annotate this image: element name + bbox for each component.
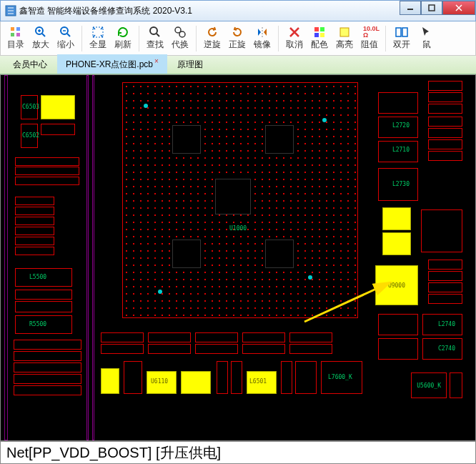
fullscreen-button[interactable]: 全显 (86, 23, 110, 54)
resistance-icon: 10.0LΩ (363, 26, 376, 39)
pcb-component-highlighted[interactable] (101, 368, 119, 394)
pcb-component[interactable] (428, 104, 462, 114)
pcb-component[interactable] (428, 260, 462, 270)
pcb-component[interactable] (14, 362, 81, 372)
toolbar-label: 刷新 (114, 39, 132, 51)
refdes-label: L5500 (29, 274, 46, 280)
pcb-component[interactable] (378, 92, 418, 114)
svg-rect-12 (314, 27, 319, 31)
cancel-button[interactable]: 取消 (282, 23, 307, 54)
pcb-component[interactable] (124, 361, 142, 394)
pcb-component[interactable] (148, 332, 191, 342)
board-outline (4, 75, 8, 440)
pcb-component[interactable] (101, 332, 144, 342)
resistance-button[interactable]: 10.0LΩ阻值 (357, 23, 382, 54)
pcb-component[interactable] (428, 92, 462, 102)
pcb-component[interactable] (281, 361, 292, 394)
refdes-label: L2730 (392, 181, 410, 187)
pcb-component[interactable] (428, 128, 462, 138)
svg-rect-1 (429, 5, 435, 11)
toolbar-separator (385, 26, 386, 51)
pcb-component[interactable] (242, 332, 285, 342)
pcb-component[interactable] (148, 344, 191, 354)
toolbar-label: 镜像 (254, 39, 271, 51)
pcb-component[interactable] (217, 361, 228, 394)
mirror-button[interactable]: 镜像 (250, 23, 274, 54)
toolbar-label: 双开 (393, 39, 410, 51)
pcb-component[interactable] (15, 157, 79, 166)
pcb-component[interactable] (195, 332, 238, 342)
pcb-component[interactable] (101, 344, 144, 354)
replace-button[interactable]: 代换 (168, 23, 192, 54)
pcb-component[interactable] (41, 124, 75, 135)
pcb-component[interactable] (15, 217, 54, 225)
pcb-component[interactable] (15, 290, 72, 300)
toolbar-label: 高亮 (336, 39, 353, 51)
pcb-component[interactable] (15, 227, 54, 235)
pcb-component[interactable] (15, 237, 54, 245)
pcb-component[interactable] (428, 271, 462, 281)
rotate-cw-button[interactable]: 正旋 (225, 23, 249, 54)
pcb-component[interactable] (15, 247, 54, 255)
svg-rect-16 (340, 28, 349, 36)
pcb-component[interactable] (428, 282, 462, 292)
pcb-component-highlighted[interactable] (382, 207, 411, 230)
pcb-component-highlighted[interactable] (181, 371, 211, 394)
pcb-component[interactable] (378, 338, 418, 360)
toolbar-label: 正旋 (229, 39, 246, 51)
pcb-component[interactable] (15, 197, 54, 205)
refdes-label: L2740 (438, 321, 455, 327)
pcb-viewport[interactable]: C6503 C6502 L5500 R5500 (0, 74, 476, 441)
find-button[interactable]: 查找 (143, 23, 167, 54)
pcb-component[interactable] (378, 314, 418, 335)
pcb-component[interactable] (14, 340, 81, 350)
pcb-component[interactable] (295, 361, 317, 394)
pcb-component[interactable] (289, 332, 332, 342)
pcb-component[interactable] (428, 139, 462, 149)
tab-schematic[interactable]: 原理图 (169, 56, 212, 74)
board-outline (86, 75, 89, 440)
close-button[interactable] (442, 1, 475, 15)
pcb-component[interactable] (242, 344, 285, 354)
svg-rect-2 (11, 27, 14, 31)
pcb-component[interactable] (428, 117, 462, 127)
minimize-button[interactable] (400, 1, 421, 15)
zoom-out-button[interactable]: 缩小 (54, 23, 78, 54)
tab-member-center[interactable]: 会员中心 (4, 56, 56, 74)
pcb-component[interactable] (15, 177, 79, 185)
dual-open-button[interactable]: 双开 (390, 23, 414, 54)
pcb-component[interactable] (421, 209, 462, 252)
refdes-label: L6501 (249, 378, 267, 385)
pcb-component[interactable] (14, 351, 81, 361)
refdes-label: U5600_K (417, 382, 441, 389)
pcb-component[interactable] (14, 385, 81, 395)
pcb-component[interactable] (428, 294, 462, 304)
pcb-component[interactable] (231, 361, 242, 394)
toolbar-label: 放大 (32, 39, 49, 51)
mouse-button[interactable]: 鼠 (415, 23, 439, 54)
pcb-component[interactable] (289, 344, 332, 354)
pcb-component[interactable] (15, 301, 72, 312)
toolbar-separator (81, 26, 82, 51)
pcb-component[interactable] (428, 81, 462, 91)
rotate-ccw-button[interactable]: 逆旋 (200, 23, 224, 54)
pcb-component[interactable] (15, 167, 79, 175)
zoom-in-button[interactable]: 放大 (29, 23, 53, 54)
tab-close-icon[interactable]: × (154, 57, 159, 65)
pcb-component[interactable] (450, 372, 462, 398)
pcb-component-highlighted[interactable] (41, 95, 75, 119)
pcb-component[interactable] (195, 344, 238, 354)
tab-pcb-file[interactable]: PHONE-XR点位图.pcb× (57, 54, 167, 74)
maximize-button[interactable] (421, 1, 442, 15)
color-button[interactable]: 配色 (307, 23, 332, 54)
bga-cutout (265, 240, 294, 268)
pcb-component[interactable] (15, 207, 54, 215)
refdes-label: U1000 (229, 225, 247, 232)
catalog-button[interactable]: 目录 (4, 23, 28, 54)
toolbar-label: 缩小 (57, 39, 74, 51)
pcb-component[interactable] (428, 151, 462, 161)
pcb-component-highlighted[interactable] (382, 232, 411, 255)
highlight-button[interactable]: 高亮 (332, 23, 357, 54)
pcb-component[interactable] (14, 374, 81, 384)
refresh-button[interactable]: 刷新 (111, 23, 135, 54)
